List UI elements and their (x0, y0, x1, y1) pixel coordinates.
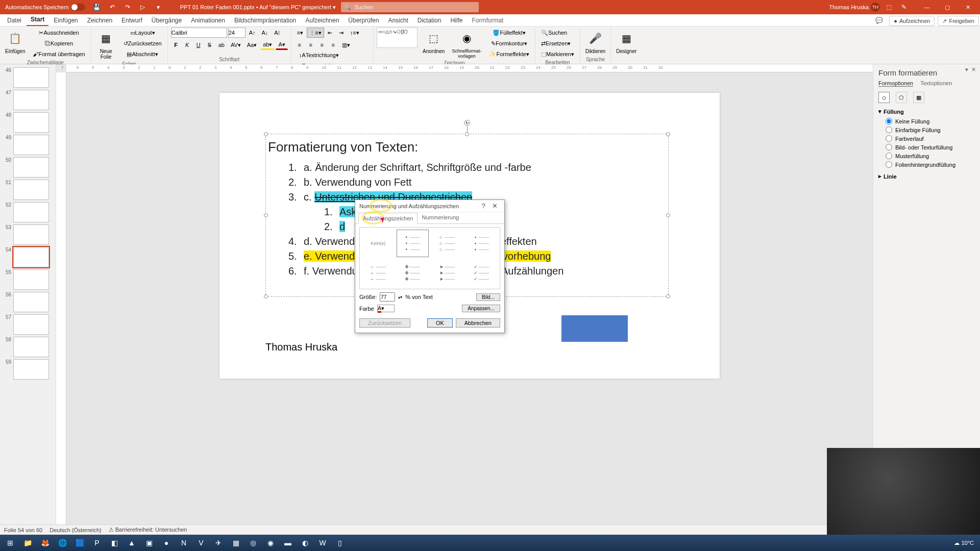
bullet-size-input[interactable] (380, 292, 395, 302)
taskbar-explorer-icon[interactable]: 📁 (19, 536, 36, 550)
thumbnail-48[interactable]: 48 (0, 111, 56, 134)
find-button[interactable]: 🔍 Suchen (538, 28, 570, 38)
format-painter-button[interactable]: 🖌 Format übertragen (30, 49, 87, 59)
case-button[interactable]: Aa▾ (244, 40, 259, 50)
filename-label[interactable]: PPT 01 Roter Faden 001.pptx • Auf "diese… (180, 4, 336, 11)
system-tray[interactable]: ☁ 10°C (954, 540, 978, 546)
copy-button[interactable]: ⿻ Kopieren (30, 38, 87, 48)
indent-dec-button[interactable]: ⇤ (325, 28, 335, 38)
effects-icon[interactable]: ⬠ (896, 92, 907, 103)
bullet-none[interactable]: Kein(e) (362, 230, 395, 257)
align-right-button[interactable]: ≡ (317, 40, 327, 50)
resize-handle[interactable] (465, 132, 469, 136)
fill-picture-radio[interactable]: Bild- oder Texturfüllung (878, 143, 975, 152)
taskbar-app-icon[interactable]: ▬ (280, 536, 296, 550)
taskbar-onenote-icon[interactable]: N (176, 536, 192, 550)
thumbnail-53[interactable]: 53 (0, 223, 56, 246)
dialog-titlebar[interactable]: Nummerierung und Aufzählungszeichen ? ✕ (355, 200, 504, 212)
maximize-button[interactable]: ▢ (937, 0, 958, 14)
save-icon[interactable]: 💾 (90, 1, 104, 13)
cut-button[interactable]: ✂ Ausschneiden (30, 28, 87, 38)
start-button[interactable]: ⊞ (2, 536, 18, 550)
resize-handle[interactable] (264, 132, 268, 136)
author-text[interactable]: Thomas Hruska (265, 341, 337, 353)
fill-line-icon[interactable]: ◇ (878, 92, 890, 103)
taskbar-powerpoint-icon[interactable]: P (89, 536, 105, 550)
section-button[interactable]: ▤ Abschnitt ▾ (121, 49, 164, 59)
taskbar-app-icon[interactable]: ◉ (262, 536, 279, 550)
underline-button[interactable]: U (193, 40, 204, 50)
redo-icon[interactable]: ↷ (121, 1, 134, 13)
align-center-button[interactable]: ≡ (306, 40, 316, 50)
tab-transitions[interactable]: Übergänge (148, 15, 186, 26)
font-family-select[interactable] (171, 28, 227, 38)
numbering-button[interactable]: ⋮≡▾ (307, 28, 324, 38)
replace-button[interactable]: ⇄ Ersetzen ▾ (538, 38, 573, 48)
thumbnail-51[interactable]: 51 (0, 179, 56, 201)
thumbnail-57[interactable]: 57 (0, 313, 56, 336)
indent-inc-button[interactable]: ⇥ (336, 28, 347, 38)
share-button[interactable]: ↗ Freigeben (938, 16, 979, 26)
taskbar-app-icon[interactable]: ▯ (332, 536, 348, 550)
resize-handle[interactable] (666, 213, 670, 217)
fill-slidebg-radio[interactable]: Folienhintergrundfüllung (878, 160, 975, 169)
resize-handle[interactable] (666, 294, 670, 298)
user-avatar[interactable]: TH (871, 3, 880, 12)
tab-animations[interactable]: Animationen (187, 15, 229, 26)
layout-button[interactable]: ▭ Layout ▾ (121, 28, 164, 38)
slideshow-start-icon[interactable]: ▷ (136, 1, 150, 13)
taskbar-app-icon[interactable]: ◎ (245, 536, 261, 550)
font-color-button[interactable]: A▾ (276, 40, 287, 50)
bullet-diamond[interactable]: ❖❖❖ (397, 259, 429, 287)
taskbar-vs-icon[interactable]: V (193, 536, 209, 550)
bullets-button[interactable]: ≡▾ (295, 28, 306, 38)
italic-button[interactable]: K (182, 40, 192, 50)
align-justify-button[interactable]: ≡ (328, 40, 338, 50)
taskbar-edge-icon[interactable]: 🟦 (71, 536, 88, 550)
spacing-button[interactable]: AV▾ (228, 40, 243, 50)
thumbnail-47[interactable]: 47 (0, 89, 56, 111)
bullet-arrow[interactable]: ➤➤➤ (431, 259, 463, 287)
taskbar-app-icon[interactable]: ✈ (210, 536, 227, 550)
pane-subtab-text[interactable]: Textoptionen (920, 80, 952, 87)
resize-handle[interactable] (264, 213, 268, 217)
tab-file[interactable]: Datei (3, 15, 26, 26)
tab-formformat[interactable]: Formformat (468, 15, 507, 26)
tab-view[interactable]: Ansicht (384, 15, 412, 26)
slide-title[interactable]: Formatierung von Texten: (268, 139, 666, 155)
bullet-disc[interactable]: ••• (397, 230, 429, 257)
taskbar-app-icon[interactable]: ▣ (141, 536, 157, 550)
new-slide-button[interactable]: ▦Neue Folie (94, 28, 118, 61)
font-size-select[interactable] (228, 28, 246, 38)
tab-insert[interactable]: Einfügen (50, 15, 82, 26)
list-item[interactable]: 2.b. Verwendung von Fett (288, 175, 666, 190)
thumbnail-56[interactable]: 56 (0, 291, 56, 313)
taskbar-word-icon[interactable]: W (314, 536, 331, 550)
pane-dropdown-icon[interactable]: ▾ (965, 66, 968, 73)
taskbar-app-icon[interactable]: ▲ (124, 536, 140, 550)
spinner-icon[interactable]: ▴▾ (398, 295, 402, 299)
bullet-customize-button[interactable]: Anpassen... (462, 305, 500, 312)
taskbar-app-icon[interactable]: ◧ (106, 536, 122, 550)
tab-help[interactable]: Hilfe (446, 15, 467, 26)
thumbnail-46[interactable]: 46 (0, 66, 56, 89)
rotate-handle-icon[interactable]: ↻ (464, 120, 470, 126)
arrange-button[interactable]: ⬚Anordnen (421, 28, 447, 55)
shape-effects-button[interactable]: ✨ Formeffekte ▾ (486, 49, 532, 59)
resize-handle[interactable] (666, 132, 670, 136)
taskbar-chrome-icon[interactable]: 🌐 (54, 536, 70, 550)
record-button[interactable]: ● Aufzeichnen (889, 16, 935, 26)
thumbnail-49[interactable]: 49 (0, 134, 56, 156)
shapes-gallery[interactable]: ▭○△◇↘⬡{}⬠ (377, 28, 418, 48)
fill-none-radio[interactable]: Keine Füllung (878, 117, 975, 126)
bullet-color-button[interactable]: A▾ (377, 305, 395, 312)
thumbnail-54[interactable]: 54 (0, 246, 56, 268)
coming-soon-icon[interactable]: ⬚ (882, 1, 895, 13)
pane-line-header[interactable]: ▸ Linie (878, 173, 975, 180)
pane-fill-header[interactable]: ▾ Füllung (878, 108, 975, 115)
columns-button[interactable]: ▥▾ (339, 40, 353, 50)
close-button[interactable]: ✕ (958, 0, 978, 14)
thumbnail-59[interactable]: 59 (0, 358, 56, 381)
tab-record[interactable]: Aufzeichnen (301, 15, 343, 26)
weather-icon[interactable]: ☁ 10°C (954, 540, 974, 546)
